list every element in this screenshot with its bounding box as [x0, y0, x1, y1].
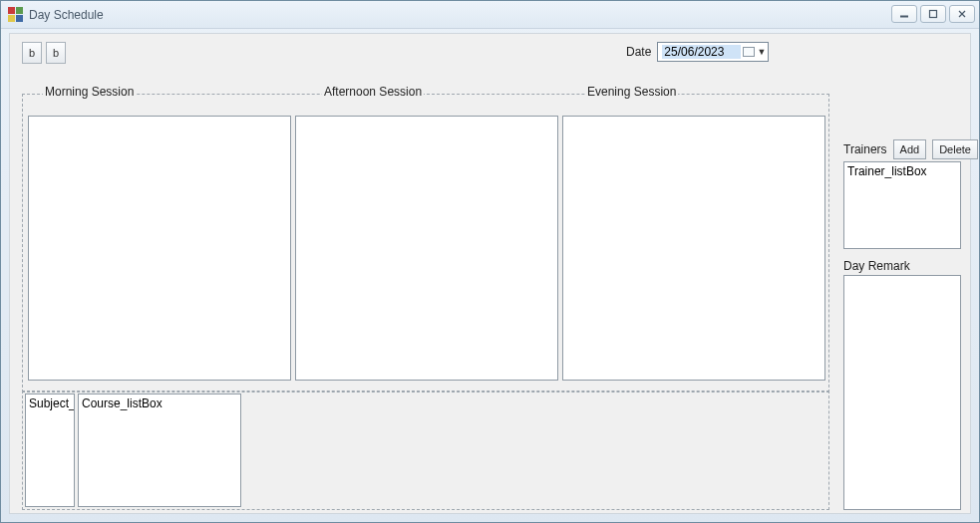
evening-session-label: Evening Session [585, 85, 678, 99]
date-value: 25/06/2023 [662, 45, 741, 59]
minimize-icon [899, 9, 909, 19]
add-trainer-button[interactable]: Add [893, 139, 927, 159]
day-remark-label: Day Remark [843, 259, 910, 273]
day-remark-textbox[interactable] [843, 275, 961, 510]
titlebar: Day Schedule [1, 1, 979, 29]
window-controls [891, 5, 975, 23]
svg-rect-0 [900, 16, 908, 18]
date-dropdown[interactable]: ▼ [741, 47, 766, 57]
client-area: b b Date 25/06/2023 ▼ Morning Session Af… [9, 33, 971, 514]
close-button[interactable] [949, 5, 975, 23]
afternoon-session-listbox[interactable] [295, 116, 558, 381]
morning-session-label: Morning Session [43, 85, 136, 99]
delete-trainer-button[interactable]: Delete [932, 139, 978, 159]
afternoon-session-label: Afternoon Session [322, 85, 424, 99]
evening-session-listbox[interactable] [562, 116, 825, 381]
app-icon [7, 7, 23, 23]
date-label: Date [626, 45, 651, 59]
morning-session-listbox[interactable] [28, 116, 291, 381]
svg-rect-1 [930, 11, 937, 18]
date-area: Date 25/06/2023 ▼ [626, 42, 769, 62]
close-icon [957, 9, 967, 19]
toolbar: b b [22, 42, 66, 64]
window-title: Day Schedule [29, 8, 104, 22]
subject-listbox[interactable]: Subject_li [25, 393, 75, 507]
toolbar-button-1[interactable]: b [22, 42, 42, 64]
date-picker[interactable]: 25/06/2023 ▼ [657, 42, 769, 62]
chevron-down-icon: ▼ [757, 47, 766, 57]
trainers-label: Trainers [843, 142, 887, 156]
main-window: Day Schedule b b Date 25/06/2023 ▼ [0, 0, 980, 523]
trainers-header: Trainers Add Delete [843, 139, 978, 159]
minimize-button[interactable] [891, 5, 917, 23]
toolbar-button-2[interactable]: b [46, 42, 66, 64]
maximize-icon [928, 9, 938, 19]
trainers-listbox[interactable]: Trainer_listBox [843, 161, 961, 249]
maximize-button[interactable] [920, 5, 946, 23]
calendar-icon [743, 47, 755, 57]
course-listbox[interactable]: Course_listBox [78, 393, 241, 507]
